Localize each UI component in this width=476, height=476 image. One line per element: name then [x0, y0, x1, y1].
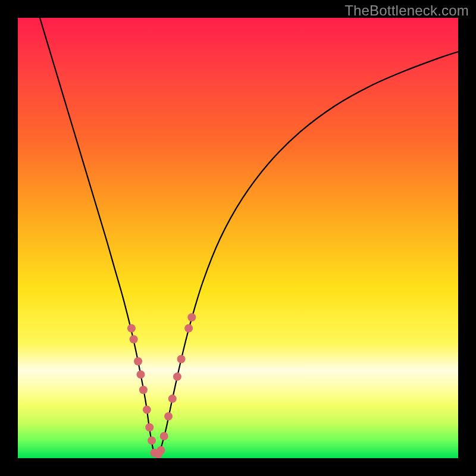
- data-marker: [160, 432, 168, 440]
- data-marker: [145, 423, 154, 431]
- watermark-text: TheBottleneck.com: [345, 2, 469, 19]
- data-marker: [187, 313, 196, 321]
- data-marker: [139, 386, 148, 394]
- data-marker: [136, 370, 145, 378]
- data-marker: [184, 324, 193, 333]
- data-marker: [148, 436, 156, 444]
- data-marker: [130, 335, 138, 343]
- data-marker: [127, 324, 136, 333]
- data-marker: [134, 357, 142, 365]
- plot-area: [18, 18, 458, 458]
- data-marker: [157, 446, 165, 455]
- chart-frame: TheBottleneck.com: [0, 0, 476, 476]
- data-marker: [173, 372, 181, 381]
- curve-svg: [18, 18, 458, 458]
- bottleneck-curve: [40, 18, 458, 456]
- data-marker: [168, 394, 177, 403]
- data-marker: [177, 355, 186, 364]
- data-marker: [164, 412, 173, 421]
- markers-left: [127, 324, 168, 458]
- data-marker: [143, 406, 151, 414]
